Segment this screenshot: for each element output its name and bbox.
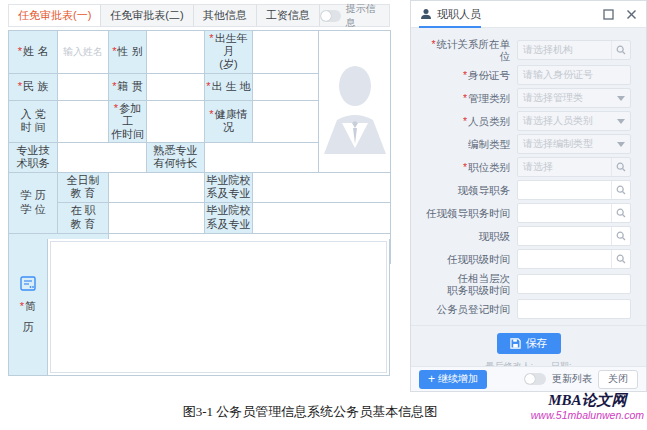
add-more-button[interactable]: + 继续增加 xyxy=(419,370,487,389)
caret-down-icon xyxy=(617,119,625,124)
required-marker: * xyxy=(20,300,24,312)
panel-field-input[interactable] xyxy=(517,299,631,319)
panel-field-row: *管理类别请选择管理类 xyxy=(421,88,631,108)
active-tab-underline xyxy=(419,26,481,28)
panel-field-input[interactable] xyxy=(517,203,631,223)
specialty-input[interactable] xyxy=(205,143,319,172)
tab-other-info[interactable]: 其他信息 xyxy=(194,5,257,26)
resume-document-icon xyxy=(20,276,36,291)
panel-field-input[interactable]: 请选择机构 xyxy=(517,40,631,60)
panel-field-input[interactable]: 请选择 xyxy=(517,157,631,177)
close-panel-button[interactable]: 关闭 xyxy=(598,370,638,389)
onjob-college-label: 毕业院校 系及专业 xyxy=(205,202,253,233)
required-marker: * xyxy=(112,80,116,92)
panel-field-row: *职位类别请选择 xyxy=(421,157,631,177)
panel-field-row: *身份证号请输入身份证号 xyxy=(421,65,631,85)
save-button[interactable]: 保存 xyxy=(497,333,561,354)
panel-field-row: 任现领导职务时间 xyxy=(421,203,631,223)
tab-salary-info[interactable]: 工资信息 xyxy=(257,5,320,26)
panel-field-row: 编制类型请选择编制类型 xyxy=(421,134,631,154)
lookup-button[interactable] xyxy=(611,204,630,222)
required-marker: * xyxy=(112,45,116,57)
name-input[interactable]: 输入姓名 xyxy=(58,31,109,74)
panel-field-label: *统计关系所在单位 xyxy=(421,38,517,62)
resume-textarea[interactable] xyxy=(50,241,387,373)
lookup-button[interactable] xyxy=(611,227,630,245)
party-join-time-input[interactable] xyxy=(58,100,109,143)
hint-toggle[interactable]: 提示信息 xyxy=(320,5,389,26)
required-marker: * xyxy=(463,161,467,173)
search-icon xyxy=(616,254,626,264)
panel-field-input[interactable]: 请选择管理类 xyxy=(517,88,631,108)
lookup-button[interactable] xyxy=(611,158,630,176)
tab-appointment-form-2[interactable]: 任免审批表(二) xyxy=(101,5,193,26)
panel-field-row: *统计关系所在单位请选择机构 xyxy=(421,38,631,62)
panel-field-row: 任相当层次 职务职级时间 xyxy=(421,272,631,296)
panel-field-label: *身份证号 xyxy=(421,69,517,81)
work-start-time-input[interactable] xyxy=(147,100,205,143)
panel-field-label: 任现领导职务时间 xyxy=(421,207,517,219)
panel-field-label: *职位类别 xyxy=(421,161,517,173)
required-marker: * xyxy=(431,38,435,50)
native-place-input[interactable] xyxy=(147,73,205,100)
caret-down-icon xyxy=(617,142,625,147)
gender-input[interactable] xyxy=(147,31,205,74)
refresh-list-toggle[interactable] xyxy=(524,373,546,385)
resume-label: *简 历 xyxy=(9,239,48,375)
tab-appointment-form-1[interactable]: 任免审批表(一) xyxy=(9,5,101,26)
panel-field-row: *人员类别请选择人员类别 xyxy=(421,111,631,131)
watermark-url: www.51mbalunwen.com xyxy=(531,409,644,421)
caret-down-icon xyxy=(617,96,625,101)
panel-field-label: 现职级 xyxy=(421,230,517,242)
toggle-off-icon[interactable] xyxy=(320,10,342,22)
lookup-button[interactable] xyxy=(611,181,630,199)
onjob-college-input[interactable] xyxy=(253,202,391,233)
panel-field-input[interactable]: 请选择人员类别 xyxy=(517,111,631,131)
education-group-label: 学 历 学 位 xyxy=(9,172,58,233)
avatar-placeholder-icon xyxy=(322,48,388,154)
refresh-list-label: 更新列表 xyxy=(552,372,592,386)
birthplace-input[interactable] xyxy=(253,73,319,100)
lookup-button[interactable] xyxy=(611,41,630,59)
current-staff-panel: 现职人员 *统计关系所在单位请选择机构*身份证号请输入身份证号*管理类别请选择管… xyxy=(410,0,647,392)
page: 任免审批表(一) 任免审批表(二) 其他信息 工资信息 提示信息 *姓 名 输入… xyxy=(0,0,647,430)
fulltime-college-input[interactable] xyxy=(253,172,391,202)
required-marker: * xyxy=(463,69,467,81)
photo-upload-area[interactable] xyxy=(319,31,391,173)
gender-label: *性 别 xyxy=(109,31,147,74)
required-marker: * xyxy=(463,115,467,127)
tab-bar: 任免审批表(一) 任免审批表(二) 其他信息 工资信息 提示信息 xyxy=(8,4,390,27)
panel-field-input[interactable]: 请输入身份证号 xyxy=(517,65,631,85)
ethnicity-input[interactable] xyxy=(58,73,109,100)
panel-field-input[interactable] xyxy=(517,226,631,246)
panel-field-input[interactable]: 请选择编制类型 xyxy=(517,134,631,154)
panel-field-label: 编制类型 xyxy=(421,138,517,150)
tech-title-input[interactable] xyxy=(58,143,147,172)
person-icon xyxy=(420,8,432,20)
panel-field-row: 公务员登记时间 xyxy=(421,299,631,319)
maximize-icon xyxy=(603,9,614,20)
onjob-edu-input[interactable] xyxy=(109,202,205,233)
ethnicity-label: *民 族 xyxy=(9,73,58,100)
panel-field-label: 现领导职务 xyxy=(421,184,517,196)
required-marker: * xyxy=(18,45,22,57)
maximize-button[interactable] xyxy=(603,9,614,20)
fulltime-college-label: 毕业院校 系及专业 xyxy=(205,172,253,202)
required-marker: * xyxy=(463,92,467,104)
birth-date-input[interactable] xyxy=(253,31,319,74)
panel-field-input[interactable] xyxy=(517,249,631,269)
native-place-label: *籍 贯 xyxy=(109,73,147,100)
health-input[interactable] xyxy=(253,100,319,143)
panel-field-input[interactable] xyxy=(517,274,631,294)
lookup-button[interactable] xyxy=(611,250,630,268)
panel-field-input[interactable] xyxy=(517,180,631,200)
hint-toggle-label: 提示信息 xyxy=(345,2,385,30)
name-label: *姓 名 xyxy=(9,31,58,74)
required-marker: * xyxy=(114,102,118,114)
required-marker: * xyxy=(18,80,22,92)
fulltime-edu-input[interactable] xyxy=(109,172,205,202)
panel-field-label: 任相当层次 职务职级时间 xyxy=(421,272,517,296)
close-button[interactable] xyxy=(626,9,637,20)
panel-field-label: *人员类别 xyxy=(421,115,517,127)
save-floppy-icon xyxy=(510,338,521,349)
